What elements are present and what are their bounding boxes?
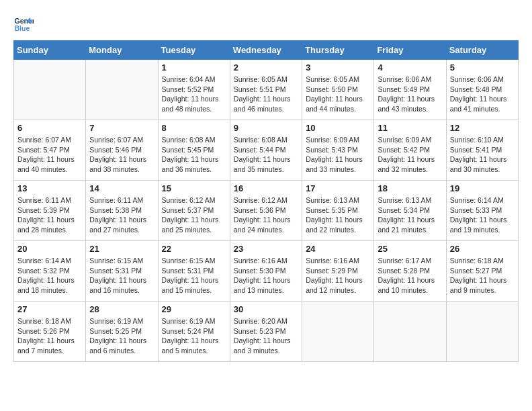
day-info: Sunrise: 6:08 AMSunset: 5:44 PMDaylight:… (234, 135, 298, 175)
calendar-cell: 1Sunrise: 6:04 AMSunset: 5:52 PMDaylight… (158, 60, 230, 120)
calendar-cell: 6Sunrise: 6:07 AMSunset: 5:47 PMDaylight… (14, 120, 86, 181)
calendar-cell: 10Sunrise: 6:09 AMSunset: 5:43 PMDayligh… (302, 120, 374, 181)
calendar-week-row: 1Sunrise: 6:04 AMSunset: 5:52 PMDaylight… (14, 60, 519, 120)
day-info: Sunrise: 6:19 AMSunset: 5:24 PMDaylight:… (162, 316, 226, 356)
calendar-cell: 2Sunrise: 6:05 AMSunset: 5:51 PMDaylight… (230, 60, 302, 120)
day-number: 29 (162, 304, 226, 314)
calendar-cell: 12Sunrise: 6:10 AMSunset: 5:41 PMDayligh… (446, 120, 518, 181)
day-number: 25 (378, 244, 442, 254)
day-info: Sunrise: 6:04 AMSunset: 5:52 PMDaylight:… (162, 75, 226, 114)
day-info: Sunrise: 6:11 AMSunset: 5:38 PMDaylight:… (89, 195, 154, 235)
day-info: Sunrise: 6:15 AMSunset: 5:31 PMDaylight:… (162, 256, 226, 295)
calendar-cell: 20Sunrise: 6:14 AMSunset: 5:32 PMDayligh… (14, 241, 86, 302)
day-number: 11 (378, 123, 442, 133)
day-info: Sunrise: 6:11 AMSunset: 5:39 PMDaylight:… (17, 195, 82, 235)
day-info: Sunrise: 6:09 AMSunset: 5:43 PMDaylight:… (306, 135, 370, 175)
logo-icon: General Blue (13, 13, 34, 34)
calendar-cell: 24Sunrise: 6:16 AMSunset: 5:29 PMDayligh… (302, 241, 374, 302)
day-number: 19 (450, 183, 515, 193)
day-number: 15 (162, 183, 226, 193)
day-number: 5 (450, 62, 515, 73)
day-info: Sunrise: 6:14 AMSunset: 5:33 PMDaylight:… (450, 195, 515, 235)
day-info: Sunrise: 6:06 AMSunset: 5:48 PMDaylight:… (450, 75, 515, 114)
day-info: Sunrise: 6:08 AMSunset: 5:45 PMDaylight:… (162, 135, 226, 175)
day-of-week-header: Sunday (14, 41, 86, 60)
calendar-cell: 16Sunrise: 6:12 AMSunset: 5:36 PMDayligh… (230, 181, 302, 241)
day-number: 24 (306, 244, 370, 254)
day-number: 27 (17, 304, 82, 314)
calendar: SundayMondayTuesdayWednesdayThursdayFrid… (13, 40, 519, 362)
calendar-cell (446, 302, 518, 362)
day-of-week-header: Friday (374, 41, 446, 60)
day-number: 14 (89, 183, 154, 193)
day-info: Sunrise: 6:09 AMSunset: 5:42 PMDaylight:… (378, 135, 442, 175)
day-number: 20 (17, 244, 82, 254)
day-info: Sunrise: 6:18 AMSunset: 5:27 PMDaylight:… (450, 256, 515, 295)
calendar-cell: 13Sunrise: 6:11 AMSunset: 5:39 PMDayligh… (14, 181, 86, 241)
day-info: Sunrise: 6:12 AMSunset: 5:36 PMDaylight:… (234, 195, 298, 235)
calendar-cell: 4Sunrise: 6:06 AMSunset: 5:49 PMDaylight… (374, 60, 446, 120)
day-info: Sunrise: 6:05 AMSunset: 5:51 PMDaylight:… (234, 75, 298, 114)
day-of-week-header: Monday (86, 41, 158, 60)
calendar-week-row: 20Sunrise: 6:14 AMSunset: 5:32 PMDayligh… (14, 241, 519, 302)
calendar-cell: 18Sunrise: 6:13 AMSunset: 5:34 PMDayligh… (374, 181, 446, 241)
day-number: 21 (89, 244, 154, 254)
day-number: 13 (17, 183, 82, 193)
day-number: 30 (234, 304, 298, 314)
calendar-cell (86, 60, 158, 120)
day-info: Sunrise: 6:12 AMSunset: 5:37 PMDaylight:… (162, 195, 226, 235)
calendar-week-row: 6Sunrise: 6:07 AMSunset: 5:47 PMDaylight… (14, 120, 519, 181)
day-number: 2 (234, 62, 298, 73)
calendar-cell: 7Sunrise: 6:07 AMSunset: 5:46 PMDaylight… (86, 120, 158, 181)
day-number: 18 (378, 183, 442, 193)
calendar-cell: 27Sunrise: 6:18 AMSunset: 5:26 PMDayligh… (14, 302, 86, 362)
calendar-cell: 21Sunrise: 6:15 AMSunset: 5:31 PMDayligh… (86, 241, 158, 302)
day-number: 6 (17, 123, 82, 133)
calendar-week-row: 13Sunrise: 6:11 AMSunset: 5:39 PMDayligh… (14, 181, 519, 241)
calendar-cell: 9Sunrise: 6:08 AMSunset: 5:44 PMDaylight… (230, 120, 302, 181)
day-number: 16 (234, 183, 298, 193)
calendar-header-row: SundayMondayTuesdayWednesdayThursdayFrid… (14, 41, 519, 60)
day-number: 3 (306, 62, 370, 73)
calendar-cell: 5Sunrise: 6:06 AMSunset: 5:48 PMDaylight… (446, 60, 518, 120)
calendar-cell: 25Sunrise: 6:17 AMSunset: 5:28 PMDayligh… (374, 241, 446, 302)
svg-text:Blue: Blue (15, 24, 30, 32)
day-number: 23 (234, 244, 298, 254)
day-info: Sunrise: 6:17 AMSunset: 5:28 PMDaylight:… (378, 256, 442, 295)
day-info: Sunrise: 6:20 AMSunset: 5:23 PMDaylight:… (234, 316, 298, 356)
day-info: Sunrise: 6:06 AMSunset: 5:49 PMDaylight:… (378, 75, 442, 114)
day-info: Sunrise: 6:18 AMSunset: 5:26 PMDaylight:… (17, 316, 82, 356)
calendar-cell: 15Sunrise: 6:12 AMSunset: 5:37 PMDayligh… (158, 181, 230, 241)
calendar-week-row: 27Sunrise: 6:18 AMSunset: 5:26 PMDayligh… (14, 302, 519, 362)
day-number: 22 (162, 244, 226, 254)
day-of-week-header: Wednesday (230, 41, 302, 60)
calendar-cell: 3Sunrise: 6:05 AMSunset: 5:50 PMDaylight… (302, 60, 374, 120)
day-of-week-header: Thursday (302, 41, 374, 60)
calendar-cell: 23Sunrise: 6:16 AMSunset: 5:30 PMDayligh… (230, 241, 302, 302)
day-info: Sunrise: 6:15 AMSunset: 5:31 PMDaylight:… (89, 256, 154, 295)
calendar-cell: 8Sunrise: 6:08 AMSunset: 5:45 PMDaylight… (158, 120, 230, 181)
day-info: Sunrise: 6:07 AMSunset: 5:46 PMDaylight:… (89, 135, 154, 175)
day-of-week-header: Tuesday (158, 41, 230, 60)
calendar-cell: 26Sunrise: 6:18 AMSunset: 5:27 PMDayligh… (446, 241, 518, 302)
calendar-cell (302, 302, 374, 362)
day-info: Sunrise: 6:13 AMSunset: 5:35 PMDaylight:… (306, 195, 370, 235)
day-info: Sunrise: 6:13 AMSunset: 5:34 PMDaylight:… (378, 195, 442, 235)
calendar-cell (14, 60, 86, 120)
day-info: Sunrise: 6:16 AMSunset: 5:29 PMDaylight:… (306, 256, 370, 295)
day-number: 4 (378, 62, 442, 73)
calendar-cell: 14Sunrise: 6:11 AMSunset: 5:38 PMDayligh… (86, 181, 158, 241)
header: General Blue (13, 13, 519, 34)
calendar-cell: 30Sunrise: 6:20 AMSunset: 5:23 PMDayligh… (230, 302, 302, 362)
day-number: 17 (306, 183, 370, 193)
day-info: Sunrise: 6:10 AMSunset: 5:41 PMDaylight:… (450, 135, 515, 175)
calendar-cell: 17Sunrise: 6:13 AMSunset: 5:35 PMDayligh… (302, 181, 374, 241)
day-number: 28 (89, 304, 154, 314)
day-number: 12 (450, 123, 515, 133)
calendar-cell: 19Sunrise: 6:14 AMSunset: 5:33 PMDayligh… (446, 181, 518, 241)
day-number: 8 (162, 123, 226, 133)
day-info: Sunrise: 6:16 AMSunset: 5:30 PMDaylight:… (234, 256, 298, 295)
day-number: 1 (162, 62, 226, 73)
day-info: Sunrise: 6:14 AMSunset: 5:32 PMDaylight:… (17, 256, 82, 295)
day-info: Sunrise: 6:05 AMSunset: 5:50 PMDaylight:… (306, 75, 370, 114)
